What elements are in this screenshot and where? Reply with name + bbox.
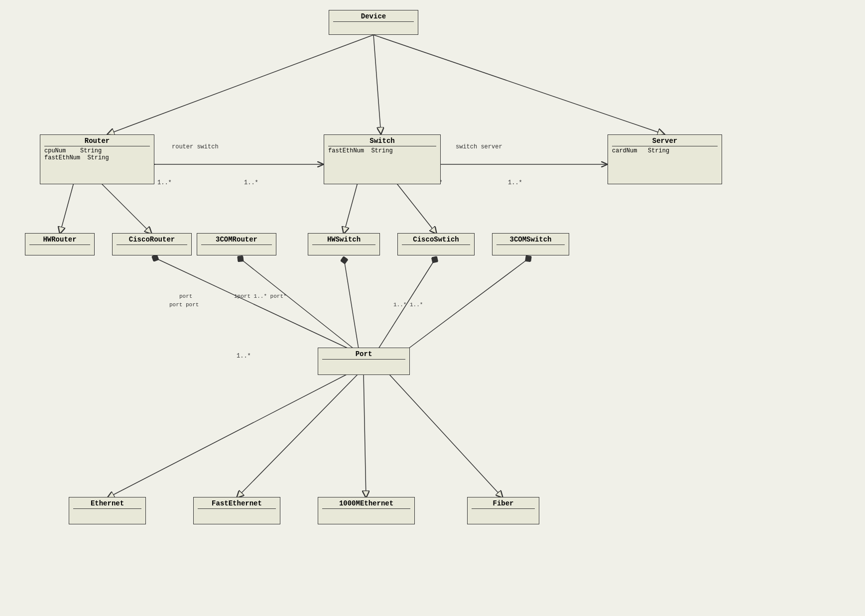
svg-text:1port 1..* port*: 1port 1..* port*	[234, 293, 287, 299]
svg-text:router switch: router switch	[172, 143, 219, 150]
3comrouter-box: 3COMRouter	[197, 233, 276, 255]
port-box: Port	[318, 348, 410, 375]
switch-attrs: fastEthNum String	[328, 147, 436, 154]
device-box: Device	[329, 10, 418, 35]
hwswitch-box: HWSwitch	[308, 233, 380, 255]
svg-text:switch  server: switch server	[456, 143, 502, 150]
1000methernet-title: 1000MEthernet	[322, 499, 410, 509]
router-attr-1: cpuNum String	[44, 147, 150, 154]
ciscoswitch-title: CiscoSwtich	[402, 236, 470, 245]
server-attrs: cardNum String	[612, 147, 718, 154]
router-attr-2: fastEthNum String	[44, 154, 150, 161]
router-attrs: cpuNum String fastEthNum String	[44, 147, 150, 161]
switch-attr-1: fastEthNum String	[328, 147, 436, 154]
svg-text:1..*: 1..*	[157, 179, 172, 186]
svg-line-17	[107, 373, 349, 498]
svg-text:1..*: 1..*	[508, 179, 522, 186]
3comswitch-title: 3COMSwitch	[496, 236, 565, 245]
fiber-title: Fiber	[472, 499, 535, 509]
server-attr-1: cardNum String	[612, 147, 718, 154]
port-title: Port	[322, 350, 405, 360]
svg-line-12	[152, 256, 349, 349]
svg-line-9	[97, 179, 152, 234]
device-title: Device	[333, 12, 414, 22]
svg-line-5	[373, 35, 665, 134]
router-title: Router	[44, 137, 150, 146]
svg-text:1..*: 1..*	[237, 353, 251, 360]
svg-line-11	[393, 179, 437, 234]
fastethernet-title: FastEthernet	[198, 499, 276, 509]
3comswitch-box: 3COMSwitch	[492, 233, 569, 255]
svg-line-8	[60, 179, 75, 234]
svg-text:port: port	[179, 293, 192, 299]
svg-line-10	[344, 179, 359, 234]
router-box: Router cpuNum String fastEthNum String	[40, 134, 154, 184]
server-box: Server cardNum String	[608, 134, 722, 184]
svg-text:1..*: 1..*	[244, 179, 258, 186]
svg-line-14	[344, 256, 359, 349]
svg-text:1..*  1..*: 1..* 1..*	[393, 302, 423, 308]
fiber-box: Fiber	[467, 497, 539, 524]
ethernet-box: Ethernet	[69, 497, 146, 524]
ciscorouter-box: CiscoRouter	[112, 233, 192, 255]
3comrouter-title: 3COMRouter	[201, 236, 272, 245]
hwswitch-title: HWSwitch	[312, 236, 375, 245]
svg-line-18	[237, 373, 359, 498]
server-title: Server	[612, 137, 718, 146]
svg-line-16	[408, 256, 531, 349]
svg-line-20	[388, 373, 503, 498]
fastethernet-box: FastEthernet	[193, 497, 280, 524]
svg-line-19	[364, 373, 366, 498]
hwrouter-box: HWRouter	[25, 233, 95, 255]
ciscorouter-title: CiscoRouter	[117, 236, 187, 245]
svg-line-15	[378, 256, 437, 349]
switch-box: Switch fastEthNum String	[324, 134, 441, 184]
ethernet-title: Ethernet	[73, 499, 141, 509]
ciscoswitch-box: CiscoSwtich	[397, 233, 475, 255]
1000methernet-box: 1000MEthernet	[318, 497, 415, 524]
svg-line-4	[373, 35, 381, 134]
hwrouter-title: HWRouter	[29, 236, 90, 245]
svg-line-13	[238, 256, 354, 349]
svg-line-3	[107, 35, 373, 134]
svg-text:port port: port port	[169, 302, 199, 308]
switch-title: Switch	[328, 137, 436, 146]
